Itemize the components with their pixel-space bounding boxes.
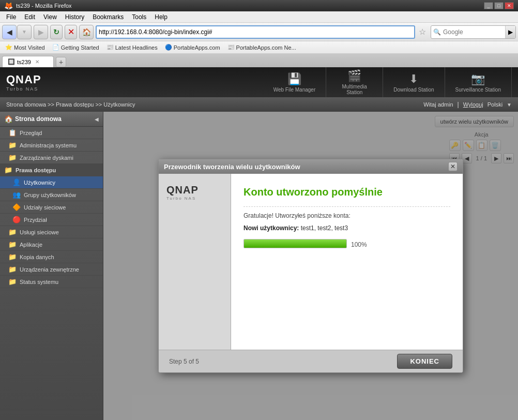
sidebar-item-shares[interactable]: 🔶 Udziały sieciowe xyxy=(0,201,103,214)
browser-tab-ts239[interactable]: 🔲 ts239 ✕ xyxy=(2,56,54,67)
groups-icon: 👥 xyxy=(12,191,21,199)
web-file-manager-icon: 💾 xyxy=(287,72,301,86)
finish-button[interactable]: KONIEC xyxy=(397,354,452,369)
home-button[interactable]: 🏠 xyxy=(79,25,94,39)
menu-bookmarks[interactable]: Bookmarks xyxy=(88,12,128,22)
bookmark-star-icon[interactable]: ☆ xyxy=(416,25,429,39)
forward-button[interactable]: ▶ xyxy=(34,25,48,39)
step-text: Step 5 of 5 xyxy=(169,358,199,365)
modal-new-users-value: test1, test2, test3 xyxy=(301,224,348,232)
sidebar-item-users[interactable]: 👤 Użytkownicy xyxy=(0,176,103,189)
shares-icon: 🔶 xyxy=(12,203,21,211)
nav-web-file-manager[interactable]: 💾 Web File Manager xyxy=(263,67,327,97)
quota-icon: 🔴 xyxy=(12,216,21,223)
modal-new-users-text: Nowi użytkownicy: test1, test2, test3 xyxy=(243,224,450,232)
sidebar-collapse-icon[interactable]: ◀ xyxy=(95,116,99,122)
surveillance-station-icon: 📷 xyxy=(471,72,485,86)
external-icon: 📁 xyxy=(8,265,17,273)
progress-wrapper: 100% xyxy=(243,239,450,250)
nav-download-station[interactable]: ⬇ Download Station xyxy=(383,67,445,97)
bookmark-most-visited[interactable]: ⭐ Most Visited xyxy=(2,43,48,52)
refresh-button[interactable]: ↻ xyxy=(50,25,63,39)
network-icon: 📁 xyxy=(8,228,17,236)
app-body: 🏠 Strona domowa ◀ 📋 Przegląd 📁 Administr… xyxy=(0,112,518,420)
sidebar-home-icon: 🏠 xyxy=(4,115,13,123)
access-icon: 📁 xyxy=(4,166,12,174)
sidebar-item-external[interactable]: 📁 Urządzenia zewnętrzne xyxy=(0,263,103,276)
close-button[interactable]: ✕ xyxy=(505,2,514,9)
sidebar-item-groups[interactable]: 👥 Grupy użytkowników xyxy=(0,189,103,201)
bookmark-most-visited-icon: ⭐ xyxy=(5,44,12,51)
nav-surveillance-station[interactable]: 📷 Surveillance Station xyxy=(445,67,512,97)
tab-bar: 🔲 ts239 ✕ + xyxy=(0,54,518,67)
sidebar-item-network[interactable]: 📁 Usługi sieciowe xyxy=(0,226,103,238)
menu-tools[interactable]: Tools xyxy=(128,12,150,22)
sidebar-item-status[interactable]: 📁 Status systemu xyxy=(0,276,103,288)
menu-view[interactable]: View xyxy=(39,12,61,22)
qnap-sub-text: Turbo NAS xyxy=(6,86,41,92)
multimedia-station-icon: 🎬 xyxy=(347,69,361,83)
sidebar-item-quota[interactable]: 🔴 Przydział xyxy=(0,214,103,226)
download-station-icon: ⬇ xyxy=(409,72,418,86)
minimize-button[interactable]: _ xyxy=(484,2,493,9)
modal-success-title: Konto utworzono pomyślnie xyxy=(243,186,450,198)
modal-body: QNAP Turbo NAS Konto utworzono pomyślnie… xyxy=(159,174,463,350)
modal-titlebar: Przewodnik tworzenia wielu użytkowników … xyxy=(159,159,463,174)
app-header: QNAP Turbo NAS 💾 Web File Manager 🎬 Mult… xyxy=(0,67,518,97)
sidebar-item-apps[interactable]: 📁 Aplikacje xyxy=(0,238,103,251)
browser-title: ts239 - Mozilla Firefox xyxy=(16,3,72,9)
sidebar-item-admin[interactable]: 📁 Administracja systemu xyxy=(0,139,103,152)
progress-label: 100% xyxy=(351,241,367,248)
status-icon: 📁 xyxy=(8,278,17,286)
language-dropdown-icon[interactable]: ▼ xyxy=(507,102,512,108)
sidebar-header[interactable]: 🏠 Strona domowa ◀ xyxy=(0,112,103,127)
maximize-button[interactable]: □ xyxy=(494,2,504,9)
browser-menubar: File Edit View History Bookmarks Tools H… xyxy=(0,11,518,23)
menu-edit[interactable]: Edit xyxy=(20,12,39,22)
logout-link[interactable]: Wyloguj xyxy=(463,101,483,108)
browser-titlebar: 🦊 ts239 - Mozilla Firefox _ □ ✕ xyxy=(0,0,518,11)
disk-icon: 📁 xyxy=(8,154,17,161)
bookmark-portableapps-icon: 🔵 xyxy=(165,44,172,51)
address-bar-wrapper: ☆ xyxy=(96,25,429,39)
address-bar[interactable] xyxy=(96,25,415,39)
nav-button-group: ◀ ▼ xyxy=(2,25,32,39)
breadcrumb: Strona domowa >> Prawa dostępu >> Użytko… xyxy=(6,101,135,108)
progress-bar-fill xyxy=(244,239,346,248)
create-users-wizard-modal: Przewodnik tworzenia wielu użytkowników … xyxy=(158,159,463,373)
modal-footer: Step 5 of 5 KONIEC xyxy=(159,350,463,372)
surveillance-station-label: Surveillance Station xyxy=(455,87,501,93)
qnap-logo: QNAP Turbo NAS xyxy=(6,73,41,92)
bookmark-latest-headlines[interactable]: 📰 Latest Headlines xyxy=(103,43,161,52)
subheader-right: Witaj admin | Wyloguj Polski ▼ xyxy=(423,101,512,108)
language-selector[interactable]: Polski xyxy=(487,101,502,108)
users-icon: 👤 xyxy=(12,178,21,186)
qnap-app: QNAP Turbo NAS 💾 Web File Manager 🎬 Mult… xyxy=(0,67,518,420)
tab-close-icon[interactable]: ✕ xyxy=(35,59,39,65)
new-tab-button[interactable]: + xyxy=(56,57,66,67)
overview-icon: 📋 xyxy=(8,129,17,137)
sidebar-item-disk[interactable]: 📁 Zarządzanie dyskami xyxy=(0,152,103,164)
sidebar-item-backup[interactable]: 📁 Kopia danych xyxy=(0,251,103,263)
multimedia-station-label: MultimediaStation xyxy=(342,84,367,95)
bookmark-portableapps-ne[interactable]: 📰 PortableApps.com Ne... xyxy=(224,43,299,52)
modal-new-users-label: Nowi użytkownicy: xyxy=(243,224,299,232)
menu-history[interactable]: History xyxy=(61,12,88,22)
sidebar-item-access[interactable]: 📁 Prawa dostępu xyxy=(0,164,103,176)
menu-help[interactable]: Help xyxy=(150,12,172,22)
bookmarks-bar: ⭐ Most Visited 📄 Getting Started 📰 Lates… xyxy=(0,41,518,54)
back-button[interactable]: ◀ xyxy=(2,25,17,39)
modal-close-button[interactable]: ✕ xyxy=(448,162,458,171)
back-dropdown[interactable]: ▼ xyxy=(17,25,32,39)
stop-button[interactable]: ✕ xyxy=(65,25,77,39)
modal-logo-text: QNAP xyxy=(166,184,199,196)
search-submit-button[interactable]: ▶ xyxy=(505,26,515,38)
menu-file[interactable]: File xyxy=(2,12,20,22)
app-subheader: Strona domowa >> Prawa dostępu >> Użytko… xyxy=(0,97,518,112)
search-input[interactable] xyxy=(443,26,505,38)
sidebar-item-overview[interactable]: 📋 Przegląd xyxy=(0,127,103,139)
bookmark-getting-started[interactable]: 📄 Getting Started xyxy=(49,43,102,52)
nav-multimedia-station[interactable]: 🎬 MultimediaStation xyxy=(326,67,383,97)
sidebar-header-text: Strona domowa xyxy=(15,115,62,123)
bookmark-portableapps[interactable]: 🔵 PortableApps.com xyxy=(162,43,223,52)
